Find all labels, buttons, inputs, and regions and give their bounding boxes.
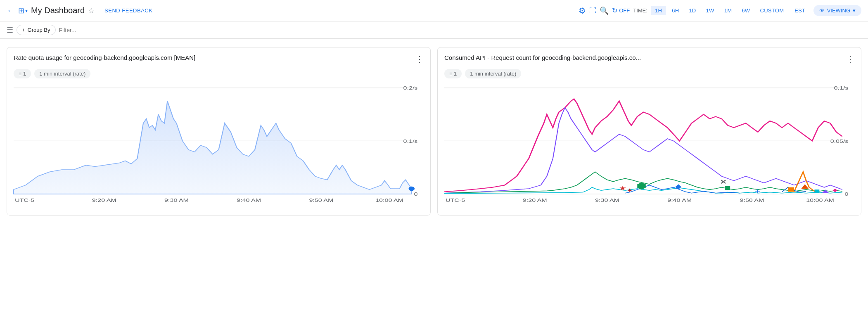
viewing-icon: 👁 [819,7,825,14]
chart-2-header: Consumed API - Request count for geocodi… [444,54,854,64]
time-1d-button[interactable]: 1D [685,6,700,15]
viewing-label: VIEWING [827,7,850,14]
chart-1-title: Rate quota usage for geocoding-backend.g… [14,54,415,61]
settings-icon[interactable]: ⚙ [579,6,586,16]
svg-rect-21 [815,189,820,193]
svg-text:0.1/s: 0.1/s [834,85,849,90]
fullscreen-icon[interactable]: ⛶ [589,7,596,15]
filter-icon: ≡ [19,71,21,77]
svg-text:★: ★ [619,185,626,192]
page-title: My Dashboard [31,6,85,15]
svg-text:0: 0 [414,191,417,197]
chart-1-area: 0.2/s 0.1/s 0 UTC-5 9:20 AM 9:30 AM [14,83,424,208]
svg-text:9:40 AM: 9:40 AM [667,197,692,203]
chart-card-2: Consumed API - Request count for geocodi… [437,47,861,215]
interval-2-label: 1 min interval (rate) [470,71,516,77]
chart-1-interval-badge[interactable]: 1 min interval (rate) [34,69,90,78]
svg-text:9:40 AM: 9:40 AM [237,197,261,203]
auto-refresh-button[interactable]: ↻ OFF [612,7,630,14]
chart-1-header: Rate quota usage for geocoding-backend.g… [14,54,424,64]
svg-text:9:50 AM: 9:50 AM [740,197,764,203]
time-6w-button[interactable]: 6W [738,6,754,15]
search-icon[interactable]: 🔍 [600,6,609,15]
svg-rect-22 [788,187,794,192]
filter-bar: ☰ + Group By [0,21,868,39]
auto-refresh-label: OFF [619,7,630,14]
timezone-button[interactable]: EST [791,6,808,15]
svg-text:UTC-5: UTC-5 [446,197,465,203]
menu-icon[interactable]: ☰ [7,26,13,35]
interval-1-label: 1 min interval (rate) [39,71,85,77]
svg-marker-26 [675,184,681,189]
svg-text:10:00 AM: 10:00 AM [375,197,403,203]
svg-text:+: + [755,187,761,194]
time-custom-button[interactable]: CUSTOM [756,6,788,15]
svg-text:10:00 AM: 10:00 AM [806,197,834,203]
chart-2-interval-badge[interactable]: 1 min interval (rate) [465,69,521,78]
group-by-label: Group By [28,27,50,33]
time-1m-button[interactable]: 1M [720,6,736,15]
back-button[interactable]: ← [7,6,15,15]
chart-card-1: Rate quota usage for geocoding-backend.g… [7,47,431,215]
svg-text:9:30 AM: 9:30 AM [164,197,189,203]
chart-2-svg: 0.1/s 0.05/s 0 [444,83,854,207]
svg-text:0.2/s: 0.2/s [403,85,418,90]
svg-text:9:30 AM: 9:30 AM [595,197,619,203]
svg-text:✕: ✕ [720,179,727,186]
header-center: ⚙ ⛶ 🔍 ↻ OFF [579,6,630,16]
refresh-icon: ↻ [612,7,617,14]
svg-text:✦: ✦ [626,187,633,194]
chart-2-title: Consumed API - Request count for geocodi… [444,54,846,61]
header: ← ⊞▾ My Dashboard ☆ SEND FEEDBACK ⚙ ⛶ 🔍 … [0,0,868,21]
time-1w-button[interactable]: 1W [702,6,719,15]
time-1h-button[interactable]: 1H [651,6,666,15]
send-feedback-button[interactable]: SEND FEEDBACK [104,7,152,14]
badge-1-label: 1 [23,71,26,77]
svg-text:9:50 AM: 9:50 AM [309,197,334,203]
header-left: ← ⊞▾ My Dashboard ☆ SEND FEEDBACK [7,6,575,15]
chart-2-badges: ≡ 1 1 min interval (rate) [444,69,854,78]
svg-text:UTC-5: UTC-5 [15,197,34,203]
header-right: TIME: 1H 6H 1D 1W 1M 6W CUSTOM EST 👁 VIE… [633,5,861,16]
time-6h-button[interactable]: 6H [668,6,683,15]
badge-2-count: 1 [454,71,457,77]
svg-text:0.1/s: 0.1/s [403,138,418,144]
svg-point-6 [408,187,415,191]
filter-icon-2: ≡ [449,71,452,77]
viewing-button[interactable]: 👁 VIEWING ▾ [813,5,861,16]
svg-text:0: 0 [844,191,848,197]
filter-input[interactable] [59,27,142,33]
chart-1-svg: 0.2/s 0.1/s 0 UTC-5 9:20 AM 9:30 AM [14,83,424,207]
chart-1-filter-badge[interactable]: ≡ 1 [14,69,31,78]
chart-2-filter-badge[interactable]: ≡ 1 [444,69,462,78]
chart-1-more-icon[interactable]: ⋮ [415,54,424,64]
star-icon[interactable]: ☆ [88,6,95,15]
svg-text:0.05/s: 0.05/s [830,138,849,144]
svg-marker-19 [832,189,837,192]
time-label: TIME: [633,7,647,14]
plus-icon: + [22,27,25,33]
svg-rect-24 [725,186,730,190]
main-content: Rate quota usage for geocoding-backend.g… [0,39,868,224]
chart-2-more-icon[interactable]: ⋮ [846,54,854,64]
chart-1-badges: ≡ 1 1 min interval (rate) [14,69,424,78]
dashboard-icon[interactable]: ⊞▾ [18,6,28,15]
viewing-dropdown-icon: ▾ [853,7,856,14]
chart-2-area: 0.1/s 0.05/s 0 [444,83,854,208]
svg-text:9:20 AM: 9:20 AM [523,197,547,203]
svg-marker-27 [637,182,645,189]
group-by-button[interactable]: + Group By [17,25,56,35]
svg-text:9:20 AM: 9:20 AM [92,197,116,203]
